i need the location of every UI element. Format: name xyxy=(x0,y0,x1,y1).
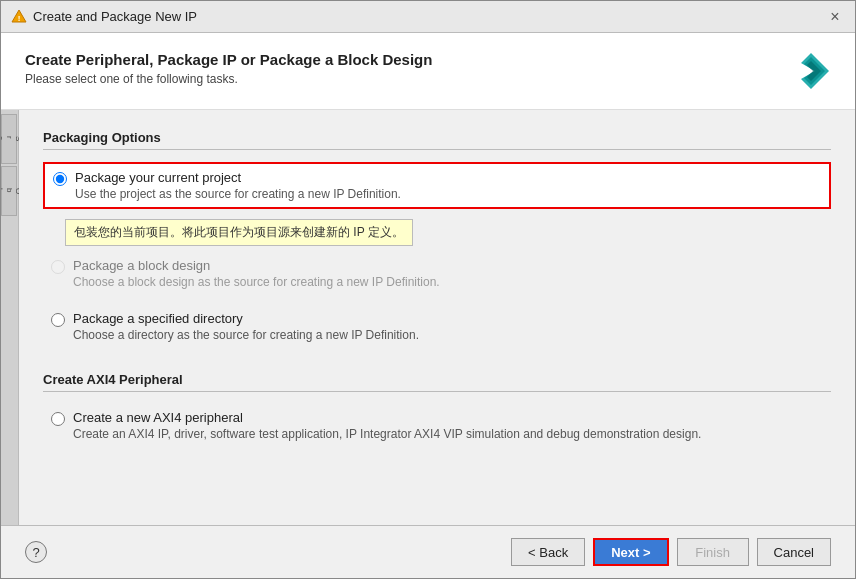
option-dir-text: Package a specified directory Choose a d… xyxy=(73,311,419,342)
option-package-block[interactable]: Package a block design Choose a block de… xyxy=(43,252,831,295)
axi4-section: Create AXI4 Peripheral Create a new AXI4… xyxy=(43,372,831,447)
svg-text:!: ! xyxy=(18,14,21,23)
option-current-text: Package your current project Use the pro… xyxy=(75,170,401,201)
option-block-label: Package a block design xyxy=(73,258,440,273)
option-current-label: Package your current project xyxy=(75,170,401,185)
cancel-button[interactable]: Cancel xyxy=(757,538,831,566)
main-wrapper: Src Obj Packaging Options Package your c… xyxy=(1,110,855,525)
option-dir-label: Package a specified directory xyxy=(73,311,419,326)
option-block-text: Package a block design Choose a block de… xyxy=(73,258,440,289)
header-heading: Create Peripheral, Package IP or Package… xyxy=(25,51,432,68)
axi4-section-title: Create AXI4 Peripheral xyxy=(43,372,831,392)
header-text: Create Peripheral, Package IP or Package… xyxy=(25,51,432,86)
option-axi4-label: Create a new AXI4 peripheral xyxy=(73,410,701,425)
back-button[interactable]: < Back xyxy=(511,538,585,566)
help-button[interactable]: ? xyxy=(25,541,47,563)
title-bar: ! Create and Package New IP × xyxy=(1,1,855,33)
nav-buttons: < Back Next > Finish Cancel xyxy=(511,538,831,566)
header-subtext: Please select one of the following tasks… xyxy=(25,72,432,86)
radio-create-axi4[interactable] xyxy=(51,412,65,426)
packaging-options-group: Packaging Options Package your current p… xyxy=(43,130,831,348)
content-area: Packaging Options Package your current p… xyxy=(19,110,855,525)
option-current-desc: Use the project as the source for creati… xyxy=(75,187,401,201)
finish-button[interactable]: Finish xyxy=(677,538,749,566)
option-create-axi4[interactable]: Create a new AXI4 peripheral Create an A… xyxy=(43,404,831,447)
radio-package-current[interactable] xyxy=(53,172,67,186)
radio-package-block xyxy=(51,260,65,274)
side-tabs: Src Obj xyxy=(1,110,19,525)
next-button[interactable]: Next > xyxy=(593,538,668,566)
option-dir-desc: Choose a directory as the source for cre… xyxy=(73,328,419,342)
main-dialog: ! Create and Package New IP × Create Per… xyxy=(0,0,856,579)
option-package-dir[interactable]: Package a specified directory Choose a d… xyxy=(43,305,831,348)
option-axi4-desc: Create an AXI4 IP, driver, software test… xyxy=(73,427,701,441)
xilinx-logo xyxy=(791,51,831,95)
dialog-icon: ! xyxy=(11,9,27,25)
radio-package-dir[interactable] xyxy=(51,313,65,327)
option-axi4-text: Create a new AXI4 peripheral Create an A… xyxy=(73,410,701,441)
header-section: Create Peripheral, Package IP or Package… xyxy=(1,33,855,110)
sources-tab[interactable]: Src xyxy=(1,114,17,164)
objects-tab[interactable]: Obj xyxy=(1,166,17,216)
dialog-title: Create and Package New IP xyxy=(33,9,197,24)
option-package-current[interactable]: Package your current project Use the pro… xyxy=(43,162,831,209)
title-bar-left: ! Create and Package New IP xyxy=(11,9,197,25)
option-block-desc: Choose a block design as the source for … xyxy=(73,275,440,289)
button-bar: ? < Back Next > Finish Cancel xyxy=(1,525,855,578)
packaging-section-title: Packaging Options xyxy=(43,130,831,150)
tooltip-box: 包装您的当前项目。将此项目作为项目源来创建新的 IP 定义。 xyxy=(65,219,413,246)
close-button[interactable]: × xyxy=(825,7,845,27)
